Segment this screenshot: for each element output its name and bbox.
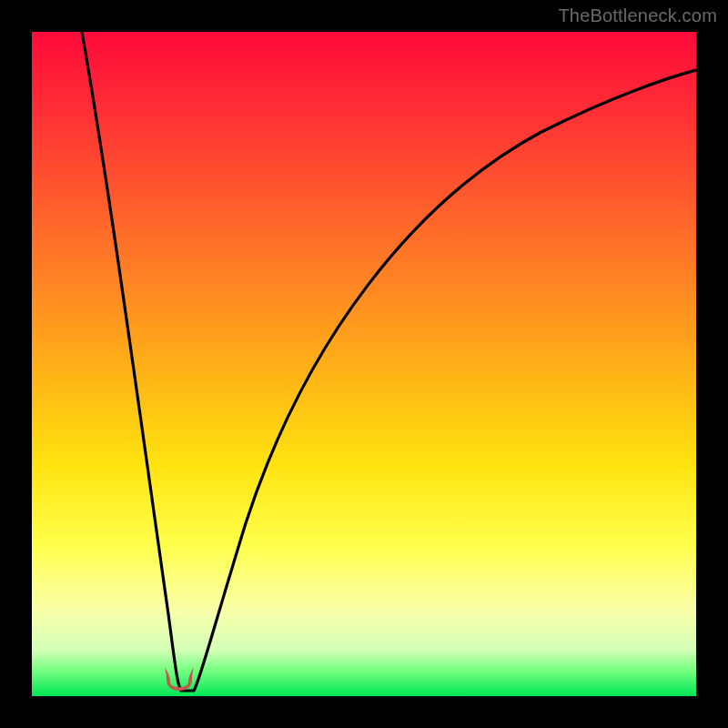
watermark-text: TheBottleneck.com <box>558 5 717 26</box>
chart-frame: TheBottleneck.com <box>0 0 728 728</box>
plot-area <box>32 32 696 696</box>
bottleneck-curve <box>32 32 696 696</box>
